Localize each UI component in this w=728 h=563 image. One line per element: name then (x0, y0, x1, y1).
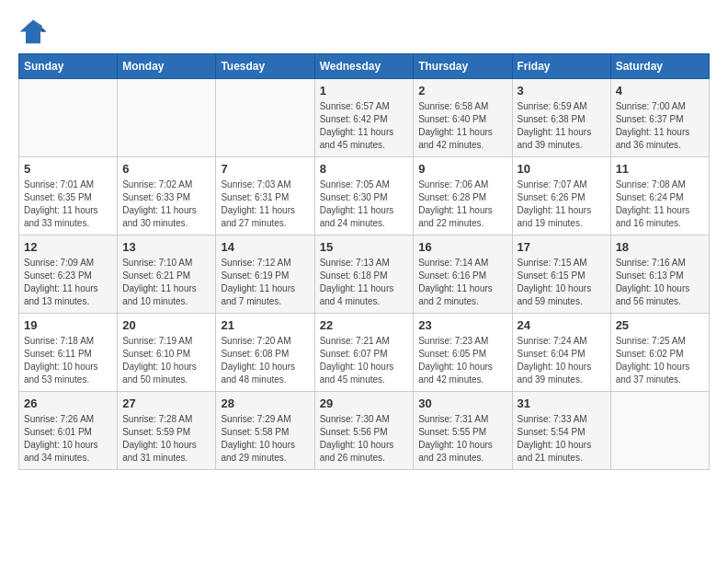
day-info: Sunrise: 7:19 AM Sunset: 6:10 PM Dayligh… (122, 335, 210, 386)
day-info: Sunrise: 7:29 AM Sunset: 5:58 PM Dayligh… (221, 413, 309, 465)
week-row-3: 12Sunrise: 7:09 AM Sunset: 6:23 PM Dayli… (19, 236, 710, 314)
day-info: Sunrise: 7:09 AM Sunset: 6:23 PM Dayligh… (24, 257, 112, 308)
day-info: Sunrise: 7:03 AM Sunset: 6:31 PM Dayligh… (221, 178, 309, 230)
calendar-body: 1Sunrise: 6:57 AM Sunset: 6:42 PM Daylig… (19, 79, 710, 470)
day-info: Sunrise: 6:58 AM Sunset: 6:40 PM Dayligh… (418, 100, 506, 152)
day-info: Sunrise: 7:30 AM Sunset: 5:56 PM Dayligh… (320, 413, 409, 465)
day-number: 25 (616, 318, 704, 332)
day-info: Sunrise: 6:57 AM Sunset: 6:42 PM Dayligh… (320, 100, 409, 152)
calendar-cell (216, 79, 314, 157)
calendar-cell: 1Sunrise: 6:57 AM Sunset: 6:42 PM Daylig… (314, 79, 414, 157)
weekday-header-wednesday: Wednesday (314, 54, 414, 79)
calendar-cell: 13Sunrise: 7:10 AM Sunset: 6:21 PM Dayli… (118, 236, 216, 314)
day-info: Sunrise: 7:14 AM Sunset: 6:16 PM Dayligh… (418, 257, 506, 308)
calendar-table: SundayMondayTuesdayWednesdayThursdayFrid… (18, 53, 710, 470)
day-number: 29 (320, 396, 409, 410)
calendar-cell: 18Sunrise: 7:16 AM Sunset: 6:13 PM Dayli… (610, 236, 709, 314)
day-number: 3 (518, 84, 606, 98)
calendar-cell (610, 392, 709, 470)
day-info: Sunrise: 7:25 AM Sunset: 6:02 PM Dayligh… (616, 335, 704, 386)
day-number: 26 (24, 396, 112, 410)
day-info: Sunrise: 7:08 AM Sunset: 6:24 PM Dayligh… (616, 178, 704, 230)
calendar-cell: 16Sunrise: 7:14 AM Sunset: 6:16 PM Dayli… (414, 236, 512, 314)
day-number: 7 (221, 162, 309, 176)
day-info: Sunrise: 7:23 AM Sunset: 6:05 PM Dayligh… (418, 335, 506, 386)
week-row-2: 5Sunrise: 7:01 AM Sunset: 6:35 PM Daylig… (19, 157, 710, 236)
day-number: 15 (320, 240, 409, 254)
day-number: 12 (24, 240, 112, 254)
day-info: Sunrise: 7:12 AM Sunset: 6:19 PM Dayligh… (221, 257, 309, 308)
day-info: Sunrise: 7:21 AM Sunset: 6:07 PM Dayligh… (320, 335, 409, 386)
calendar-cell: 14Sunrise: 7:12 AM Sunset: 6:19 PM Dayli… (216, 236, 314, 314)
day-number: 16 (418, 240, 506, 254)
week-row-1: 1Sunrise: 6:57 AM Sunset: 6:42 PM Daylig… (19, 79, 710, 157)
calendar-cell: 4Sunrise: 7:00 AM Sunset: 6:37 PM Daylig… (610, 79, 709, 157)
logo-icon (18, 18, 48, 44)
calendar-cell: 25Sunrise: 7:25 AM Sunset: 6:02 PM Dayli… (610, 314, 709, 392)
calendar-cell: 3Sunrise: 6:59 AM Sunset: 6:38 PM Daylig… (512, 79, 610, 157)
weekday-header-thursday: Thursday (414, 54, 512, 79)
calendar-cell: 20Sunrise: 7:19 AM Sunset: 6:10 PM Dayli… (118, 314, 216, 392)
day-info: Sunrise: 7:07 AM Sunset: 6:26 PM Dayligh… (518, 178, 606, 230)
day-info: Sunrise: 7:15 AM Sunset: 6:15 PM Dayligh… (518, 257, 606, 308)
weekday-header-friday: Friday (512, 54, 610, 79)
day-number: 10 (518, 162, 606, 176)
calendar-cell: 31Sunrise: 7:33 AM Sunset: 5:54 PM Dayli… (512, 392, 610, 470)
day-number: 22 (320, 318, 409, 332)
day-info: Sunrise: 7:05 AM Sunset: 6:30 PM Dayligh… (320, 178, 409, 230)
day-number: 21 (221, 318, 309, 332)
day-number: 11 (616, 162, 704, 176)
week-row-4: 19Sunrise: 7:18 AM Sunset: 6:11 PM Dayli… (19, 314, 710, 392)
day-number: 6 (122, 162, 210, 176)
day-number: 30 (418, 396, 506, 410)
weekday-header-sunday: Sunday (19, 54, 118, 79)
calendar-cell: 29Sunrise: 7:30 AM Sunset: 5:56 PM Dayli… (314, 392, 414, 470)
weekday-header-saturday: Saturday (610, 54, 709, 79)
day-number: 9 (418, 162, 506, 176)
day-info: Sunrise: 6:59 AM Sunset: 6:38 PM Dayligh… (518, 100, 606, 152)
day-info: Sunrise: 7:24 AM Sunset: 6:04 PM Dayligh… (518, 335, 606, 386)
day-info: Sunrise: 7:28 AM Sunset: 5:59 PM Dayligh… (122, 413, 210, 465)
day-number: 24 (518, 318, 606, 332)
calendar-cell: 15Sunrise: 7:13 AM Sunset: 6:18 PM Dayli… (314, 236, 414, 314)
day-number: 8 (320, 162, 409, 176)
day-info: Sunrise: 7:16 AM Sunset: 6:13 PM Dayligh… (616, 257, 704, 308)
day-info: Sunrise: 7:33 AM Sunset: 5:54 PM Dayligh… (518, 413, 606, 465)
day-number: 18 (616, 240, 704, 254)
calendar-cell: 2Sunrise: 6:58 AM Sunset: 6:40 PM Daylig… (414, 79, 512, 157)
calendar-cell: 11Sunrise: 7:08 AM Sunset: 6:24 PM Dayli… (610, 157, 709, 236)
day-info: Sunrise: 7:18 AM Sunset: 6:11 PM Dayligh… (24, 335, 112, 386)
week-row-5: 26Sunrise: 7:26 AM Sunset: 6:01 PM Dayli… (19, 392, 710, 470)
calendar-cell: 30Sunrise: 7:31 AM Sunset: 5:55 PM Dayli… (414, 392, 512, 470)
calendar-cell: 19Sunrise: 7:18 AM Sunset: 6:11 PM Dayli… (19, 314, 118, 392)
day-info: Sunrise: 7:31 AM Sunset: 5:55 PM Dayligh… (418, 413, 506, 465)
day-info: Sunrise: 7:00 AM Sunset: 6:37 PM Dayligh… (616, 100, 704, 152)
calendar-header: SundayMondayTuesdayWednesdayThursdayFrid… (19, 54, 710, 79)
day-number: 17 (518, 240, 606, 254)
calendar-cell: 17Sunrise: 7:15 AM Sunset: 6:15 PM Dayli… (512, 236, 610, 314)
day-number: 13 (122, 240, 210, 254)
calendar-cell: 23Sunrise: 7:23 AM Sunset: 6:05 PM Dayli… (414, 314, 512, 392)
day-info: Sunrise: 7:13 AM Sunset: 6:18 PM Dayligh… (320, 257, 409, 308)
day-info: Sunrise: 7:10 AM Sunset: 6:21 PM Dayligh… (122, 257, 210, 308)
day-number: 4 (616, 84, 704, 98)
calendar-cell: 12Sunrise: 7:09 AM Sunset: 6:23 PM Dayli… (19, 236, 118, 314)
day-info: Sunrise: 7:06 AM Sunset: 6:28 PM Dayligh… (418, 178, 506, 230)
calendar-cell: 27Sunrise: 7:28 AM Sunset: 5:59 PM Dayli… (118, 392, 216, 470)
day-number: 23 (418, 318, 506, 332)
day-number: 5 (24, 162, 112, 176)
calendar-cell: 8Sunrise: 7:05 AM Sunset: 6:30 PM Daylig… (314, 157, 414, 236)
calendar-cell: 10Sunrise: 7:07 AM Sunset: 6:26 PM Dayli… (512, 157, 610, 236)
day-number: 1 (320, 84, 409, 98)
day-number: 28 (221, 396, 309, 410)
calendar-cell (118, 79, 216, 157)
calendar-cell: 26Sunrise: 7:26 AM Sunset: 6:01 PM Dayli… (19, 392, 118, 470)
weekday-header-row: SundayMondayTuesdayWednesdayThursdayFrid… (19, 54, 710, 79)
weekday-header-tuesday: Tuesday (216, 54, 314, 79)
calendar-cell: 22Sunrise: 7:21 AM Sunset: 6:07 PM Dayli… (314, 314, 414, 392)
weekday-header-monday: Monday (118, 54, 216, 79)
day-info: Sunrise: 7:02 AM Sunset: 6:33 PM Dayligh… (122, 178, 210, 230)
calendar-cell: 28Sunrise: 7:29 AM Sunset: 5:58 PM Dayli… (216, 392, 314, 470)
calendar-cell: 6Sunrise: 7:02 AM Sunset: 6:33 PM Daylig… (118, 157, 216, 236)
calendar-cell: 5Sunrise: 7:01 AM Sunset: 6:35 PM Daylig… (19, 157, 118, 236)
